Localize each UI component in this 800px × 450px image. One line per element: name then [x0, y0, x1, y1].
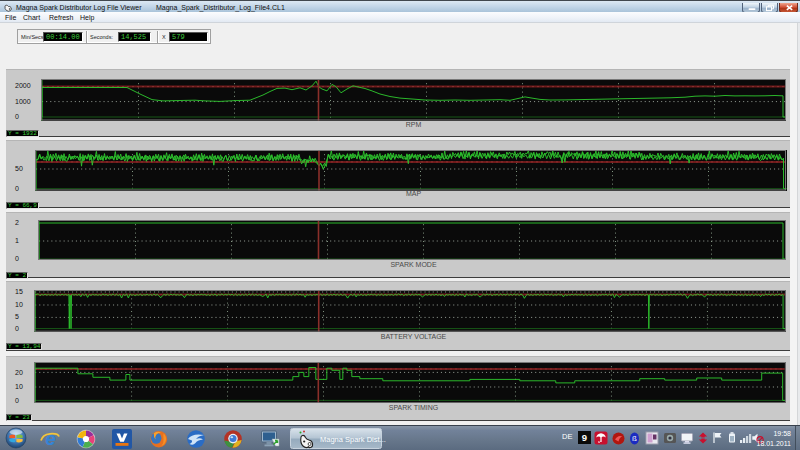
svg-text:ß: ß — [632, 434, 637, 443]
svg-text:9: 9 — [582, 432, 587, 443]
svg-text:e: e — [45, 428, 56, 449]
